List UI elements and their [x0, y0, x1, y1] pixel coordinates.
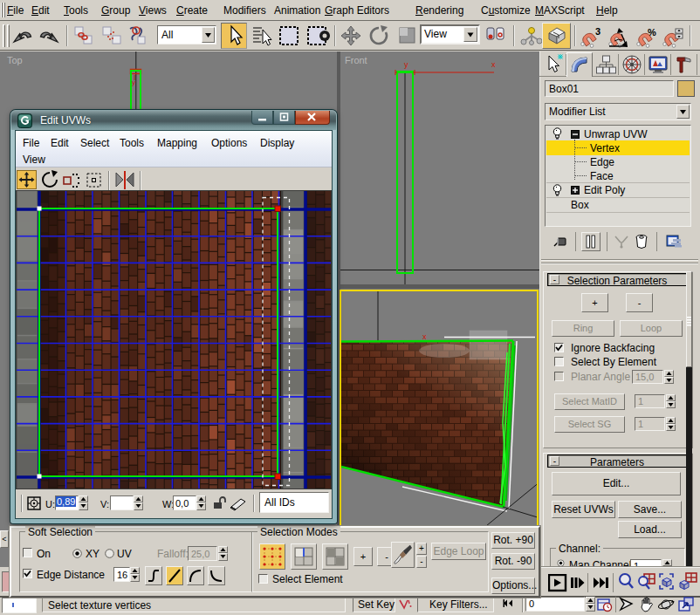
svg-text:%: %: [648, 27, 656, 38]
svg-text:3: 3: [595, 27, 600, 37]
svg-text:y: y: [404, 60, 408, 69]
svg-text:x: x: [422, 332, 427, 341]
svg-text:y: y: [132, 79, 135, 86]
svg-text:x: x: [491, 60, 496, 69]
